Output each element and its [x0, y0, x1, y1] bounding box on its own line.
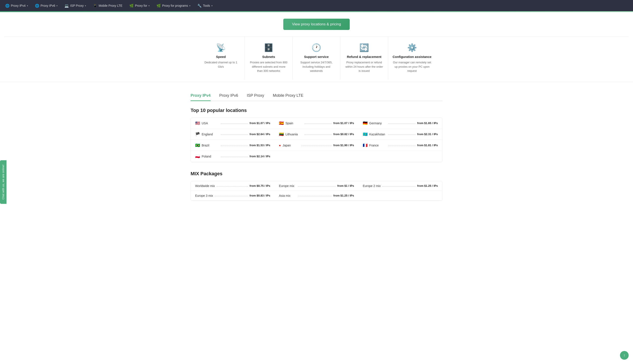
mix-europe2[interactable]: Europe 2 mix from $1.25 / IPs [358, 181, 442, 191]
flag-poland: 🇵🇱 [195, 154, 200, 159]
flag-kazakhstan: 🇰🇿 [363, 132, 367, 137]
dots-spain [305, 124, 332, 124]
dots-poland [221, 156, 248, 157]
nav-item-tools[interactable]: 🔧 Tools ▾ [194, 2, 216, 10]
main-content: Top 10 popular locations 🇺🇸 USA from $1.… [186, 108, 447, 210]
price-poland: from $2.14 / IPs [250, 155, 270, 158]
feature-subnets-desc: Proxies are selected from 800 different … [249, 60, 288, 73]
nav-item-proxy-for[interactable]: 🌿 Proxy for ▾ [126, 2, 153, 10]
speed-icon: 📡 [201, 43, 240, 52]
navigation-bar: 🌐 Proxy IPv4 ▾ 🌐 Proxy IPv6 ▾ 💻 ISP Prox… [0, 0, 633, 11]
name-japan: Japan [282, 144, 300, 147]
mix-empty [358, 191, 442, 201]
mix-section: MIX Packages Worldwide mix from $0.75 / … [191, 171, 442, 201]
mobile-icon: 📱 [93, 4, 97, 8]
mix-worldwide[interactable]: Worldwide mix from $0.75 / IPs [191, 181, 275, 191]
nav-item-ipv6[interactable]: 🌐 Proxy IPv6 ▾ [32, 2, 61, 10]
tab-ipv4[interactable]: Proxy IPv4 [191, 91, 211, 101]
mix-asia[interactable]: Asia mix from $1.25 / IPs [275, 191, 358, 201]
feature-support-desc: Support service 24/7/365, including holi… [297, 60, 336, 73]
config-icon: ⚙️ [392, 43, 432, 52]
refund-icon: 🔄 [345, 43, 384, 52]
nav-label-tools: Tools [203, 4, 210, 8]
location-spain[interactable]: 🇪🇸 Spain from $1.07 / IPs [275, 118, 358, 129]
dots-worldwide [217, 186, 248, 186]
nav-label-proxy-programs: Proxy for programs [162, 4, 188, 8]
price-lithuania: from $0.82 / IPs [333, 132, 354, 136]
location-kazakhstan[interactable]: 🇰🇿 Kazakhstan from $2.31 / IPs [358, 129, 442, 140]
tabs-section: Proxy IPv4 Proxy IPv6 ISP Proxy Mobile P… [186, 91, 447, 101]
flag-japan: ● [279, 144, 281, 147]
mix-europe3[interactable]: Europe 3 mix from $0.83 / IPs [191, 191, 275, 201]
dots-asia [298, 196, 332, 196]
subnets-icon: 🗄️ [249, 43, 288, 52]
location-france[interactable]: 🇫🇷 France from $1.81 / IPs [358, 140, 442, 151]
nav-label-ipv4: Proxy IPv4 [11, 4, 26, 8]
location-empty-1 [275, 151, 358, 162]
tab-isp[interactable]: ISP Proxy [247, 91, 264, 101]
chevron-down-icon: ▾ [27, 4, 28, 7]
name-spain: Spain [285, 122, 303, 125]
flag-spain: 🇪🇸 [279, 121, 284, 126]
hero-section: View proxy locations & pricing 📡 Speed D… [0, 12, 633, 82]
feature-config: ⚙️ Configuration assistance Our manager … [388, 37, 436, 80]
feature-refund-desc: Proxy replacement or refund within 24 ho… [345, 60, 384, 73]
features-row: 📡 Speed Dedicated channel up to 1 Gb/s 🗄… [4, 36, 629, 80]
flag-brazil: 🇧🇷 [195, 143, 200, 148]
dots-france [388, 146, 415, 146]
feature-support-title: Support service [297, 55, 336, 58]
nav-label-mobile: Mobile Proxy LTE [99, 4, 122, 8]
price-germany: from $1.65 / IPs [417, 122, 438, 125]
feature-config-title: Configuration assistance [392, 55, 432, 58]
location-japan[interactable]: ● Japan from $1.90 / IPs [275, 140, 358, 151]
nav-item-isp[interactable]: 💻 ISP Proxy ▾ [62, 2, 89, 10]
price-europe3: from $0.83 / IPs [250, 194, 270, 197]
dots-kazakhstan [388, 134, 415, 135]
globe-icon: 🌐 [5, 4, 10, 8]
chat-widget[interactable]: Chat with us, we are online! [0, 160, 7, 204]
nav-item-proxy-programs[interactable]: 🌿 Proxy for programs ▾ [154, 2, 193, 10]
name-europe2: Europe 2 mix [363, 184, 381, 188]
price-europe: from $1 / IPs [337, 184, 354, 188]
tab-mobile[interactable]: Mobile Proxy LTE [273, 91, 303, 101]
chevron-down-icon-5: ▾ [189, 4, 190, 7]
flag-usa: 🇺🇸 [195, 121, 200, 126]
mix-grid: Worldwide mix from $0.75 / IPs Europe mi… [191, 181, 442, 201]
leaf-icon: 🌿 [129, 4, 134, 8]
name-france: France [369, 144, 387, 147]
tab-ipv6[interactable]: Proxy IPv6 [219, 91, 238, 101]
globe-icon-2: 🌐 [35, 4, 39, 8]
price-usa: from $1.07 / IPs [250, 122, 270, 125]
mix-europe[interactable]: Europe mix from $1 / IPs [275, 181, 358, 191]
support-icon: 🕐 [297, 43, 336, 52]
name-poland: Poland [202, 155, 219, 158]
dots-usa [221, 124, 248, 124]
proxy-tabs: Proxy IPv4 Proxy IPv6 ISP Proxy Mobile P… [191, 91, 442, 101]
name-usa: USA [202, 122, 219, 125]
location-usa[interactable]: 🇺🇸 USA from $1.07 / IPs [191, 118, 275, 129]
feature-refund-title: Refund & replacement [345, 55, 384, 58]
price-worldwide: from $0.75 / IPs [250, 184, 270, 188]
nav-item-mobile[interactable]: 📱 Mobile Proxy LTE [90, 2, 125, 10]
price-kazakhstan: from $2.31 / IPs [417, 132, 438, 136]
name-asia: Asia mix [279, 194, 296, 198]
flag-france: 🇫🇷 [363, 143, 367, 148]
laptop-icon: 💻 [65, 4, 69, 8]
dots-brazil [221, 146, 248, 146]
name-kazakhstan: Kazakhstan [369, 132, 387, 136]
location-lithuania[interactable]: 🇱🇹 Lithuania from $0.82 / IPs [275, 129, 358, 140]
feature-support: 🕐 Support service Support service 24/7/3… [293, 37, 340, 80]
price-brazil: from $1.53 / IPs [250, 144, 270, 147]
location-brazil[interactable]: 🇧🇷 Brazil from $1.53 / IPs [191, 140, 275, 151]
dots-england [221, 134, 248, 135]
nav-item-ipv4[interactable]: 🌐 Proxy IPv4 ▾ [2, 2, 31, 10]
name-germany: Germany [369, 122, 387, 125]
location-empty-2 [358, 151, 442, 162]
price-spain: from $1.07 / IPs [333, 122, 354, 125]
feature-subnets-title: Subnets [249, 55, 288, 58]
view-locations-button[interactable]: View proxy locations & pricing [283, 19, 350, 30]
location-germany[interactable]: 🇩🇪 Germany from $1.65 / IPs [358, 118, 442, 129]
location-poland[interactable]: 🇵🇱 Poland from $2.14 / IPs [191, 151, 275, 162]
location-england[interactable]: 🏴 England from $2.64 / IPs [191, 129, 275, 140]
flag-lithuania: 🇱🇹 [279, 132, 284, 137]
